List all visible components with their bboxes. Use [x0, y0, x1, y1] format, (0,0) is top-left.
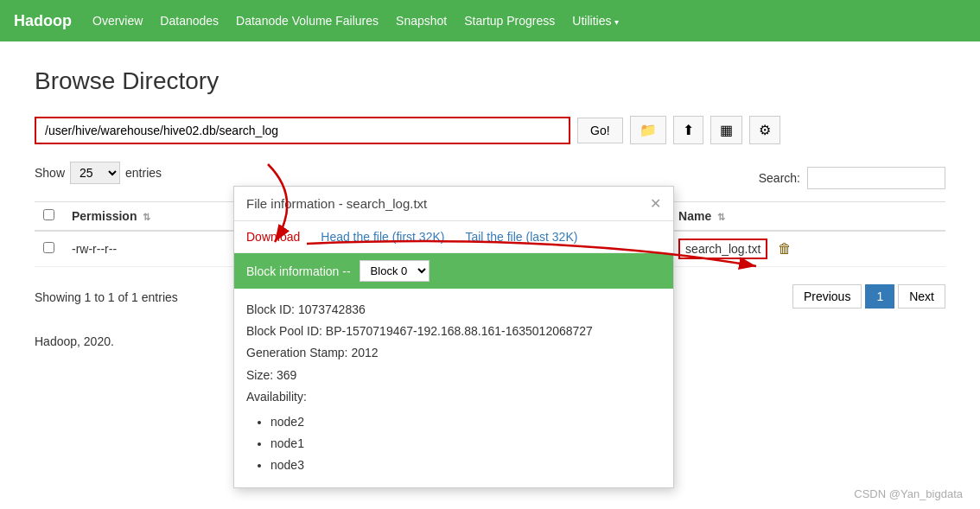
search-input[interactable] — [807, 167, 945, 189]
block-id-line: Block ID: 1073742836 — [246, 299, 661, 321]
folder-icon-button[interactable]: 📁 — [630, 116, 666, 144]
navbar: Hadoop Overview Datanodes Datanode Volum… — [0, 0, 980, 41]
search-row: Search: — [759, 167, 945, 189]
path-input[interactable] — [35, 117, 570, 144]
settings-icon-button[interactable]: ⚙ — [749, 116, 780, 144]
nav-item-datanodes[interactable]: Datanodes — [160, 14, 219, 28]
block-pool-label: Block Pool ID: — [246, 324, 322, 338]
navbar-brand: Hadoop — [14, 12, 72, 30]
pagination: Previous 1 Next — [792, 284, 945, 309]
show-row: Show 10 25 50 100 entries — [35, 162, 162, 184]
modal-header: File information - search_log.txt ✕ — [234, 187, 673, 221]
utilities-dropdown-arrow: ▾ — [614, 17, 619, 27]
block-details: Block ID: 1073742836 Block Pool ID: BP-1… — [234, 289, 673, 374]
modal-title: File information - search_log.txt — [246, 196, 427, 211]
show-label: Show — [35, 166, 65, 180]
filename[interactable]: search_log.txt — [678, 239, 767, 259]
upload-icon-button[interactable]: ⬆ — [673, 116, 703, 144]
page-1-button[interactable]: 1 — [865, 284, 894, 309]
nav-item-utilities[interactable]: Utilities ▾ — [572, 14, 619, 28]
size-label: Size: — [246, 368, 273, 374]
select-all-checkbox[interactable] — [43, 209, 54, 220]
nav-item-overview[interactable]: Overview — [92, 14, 143, 28]
tail-file-link[interactable]: Tail the file (last 32K) — [465, 230, 577, 244]
next-button[interactable]: Next — [898, 284, 945, 309]
nav-item-startup-progress[interactable]: Startup Progress — [464, 14, 555, 28]
showing-text: Showing 1 to 1 of 1 entries — [35, 290, 178, 304]
go-button[interactable]: Go! — [577, 118, 623, 143]
block-pool-value: BP-1570719467-192.168.88.161-16350120687… — [326, 324, 593, 338]
row-checkbox[interactable] — [43, 242, 54, 253]
list-icon-button[interactable]: ▦ — [710, 116, 742, 144]
modal-close-button[interactable]: ✕ — [650, 195, 661, 212]
generation-stamp-label: Generation Stamp: — [246, 346, 348, 359]
block-select[interactable]: Block 0 — [360, 260, 430, 282]
head-file-link[interactable]: Head the file (first 32K) — [321, 230, 444, 244]
nav-item-snapshot[interactable]: Snapshot — [396, 14, 447, 28]
cell-name: search_log.txt 🗑 — [670, 231, 945, 267]
delete-icon[interactable]: 🗑 — [778, 241, 792, 256]
file-info-modal: File information - search_log.txt ✕ Down… — [233, 186, 674, 374]
size-value: 369 — [277, 368, 296, 374]
footer-text: Hadoop, 2020. — [35, 334, 114, 348]
entries-label: entries — [125, 166, 162, 180]
block-info-label: Block information -- — [246, 264, 351, 278]
previous-button[interactable]: Previous — [792, 284, 862, 309]
block-id-label: Block ID: — [246, 302, 295, 316]
block-pool-line: Block Pool ID: BP-1570719467-192.168.88.… — [246, 321, 661, 342]
size-line: Size: 369 — [246, 365, 661, 374]
modal-actions: Download Head the file (first 32K) Tail … — [234, 221, 673, 253]
search-label: Search: — [759, 171, 800, 185]
entries-select[interactable]: 10 25 50 100 — [70, 162, 120, 184]
block-info-header: Block information -- Block 0 — [234, 253, 673, 289]
generation-stamp-value: 2012 — [351, 346, 378, 359]
block-id-value: 1073742836 — [298, 302, 366, 316]
col-name: Name ⇅ — [670, 202, 945, 232]
path-row: Go! 📁 ⬆ ▦ ⚙ — [35, 116, 945, 144]
download-link[interactable]: Download — [246, 230, 300, 244]
page-title: Browse Directory — [35, 67, 945, 95]
nav-item-datanode-volume-failures[interactable]: Datanode Volume Failures — [236, 14, 379, 28]
generation-stamp-line: Generation Stamp: 2012 — [246, 342, 661, 364]
